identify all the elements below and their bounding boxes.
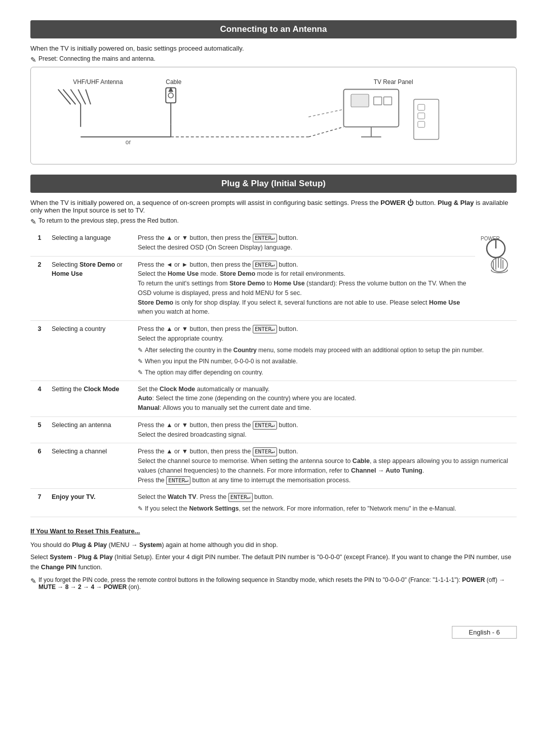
step-content-2: Press the ◄ or ► button, then press the …: [135, 256, 475, 321]
svg-line-22: [308, 109, 343, 117]
note-icon-5: ✎: [138, 368, 143, 377]
if-reset-para2: Select System - Plug & Play (Initial Set…: [30, 552, 517, 572]
step-label-4: Setting the Clock Mode: [49, 381, 135, 416]
power-hand-icon: POWER: [478, 233, 514, 274]
plug-play-bold: Plug & Play: [438, 199, 474, 206]
step-number-6: 6: [30, 443, 49, 489]
svg-line-29: [308, 127, 343, 137]
table-row: 1 Selecting a language Press the ▲ or ▼ …: [30, 230, 517, 256]
step-number-1: 1: [30, 230, 49, 256]
step-label-3: Selecting a country: [49, 321, 135, 381]
svg-text:VHF/UHF Antenna: VHF/UHF Antenna: [73, 78, 123, 86]
note-icon-7: ✎: [138, 504, 143, 513]
step-label-1: Selecting a language: [49, 230, 135, 256]
step-number-5: 5: [30, 416, 49, 443]
footer-text: English - 6: [469, 628, 500, 636]
enter-btn-6: ENTER↵: [253, 447, 277, 456]
svg-rect-19: [351, 94, 369, 107]
table-row: 2 Selecting Store Demo or Home Use Press…: [30, 256, 517, 321]
antenna-diagram-svg: VHF/UHF Antenna Cable or TV Rear Panel: [43, 76, 504, 155]
step-label-7: Enjoy your TV.: [49, 489, 135, 517]
table-row: 5 Selecting an antenna Press the ▲ or ▼ …: [30, 416, 517, 443]
step3-note3: ✎ The option may differ depending on cou…: [138, 368, 514, 377]
step-content-6: Press the ▲ or ▼ button, then press the …: [135, 443, 517, 489]
svg-rect-28: [418, 121, 425, 128]
intro-text-1: When the TV is initially powered on, bas…: [30, 45, 517, 52]
svg-point-9: [168, 93, 173, 98]
table-row: 6 Selecting a channel Press the ▲ or ▼ b…: [30, 443, 517, 489]
return-note: ✎ To return to the previous step, press …: [30, 217, 517, 226]
note-icon-3: ✎: [138, 346, 143, 355]
step3-note1: ✎ After selecting the country in the Cou…: [138, 346, 514, 355]
svg-point-33: [491, 258, 507, 272]
section2-header: Plug & Play (Initial Setup): [30, 175, 517, 193]
step-number-4: 4: [30, 381, 49, 416]
svg-text:Cable: Cable: [166, 78, 181, 86]
if-reset-title: If You Want to Reset This Feature...: [30, 526, 517, 537]
note-icon-reset: ✎: [30, 577, 36, 585]
steps-table: 1 Selecting a language Press the ▲ or ▼ …: [30, 230, 517, 517]
svg-text:or: or: [126, 139, 131, 146]
enter-btn-3: ENTER↵: [253, 325, 277, 333]
step-label-6: Selecting a channel: [49, 443, 135, 489]
svg-rect-26: [418, 104, 425, 110]
preset-note: ✎ Preset: Connecting the mains and anten…: [30, 55, 517, 64]
antenna-diagram: VHF/UHF Antenna Cable or TV Rear Panel: [30, 67, 517, 164]
note-icon-1: ✎: [30, 56, 36, 64]
step-content-5: Press the ▲ or ▼ button, then press the …: [135, 416, 517, 443]
svg-text:TV Rear Panel: TV Rear Panel: [374, 78, 413, 86]
step-content-4: Set the Clock Mode automatically or manu…: [135, 381, 517, 416]
table-row: 7 Enjoy your TV. Select the Watch TV. Pr…: [30, 489, 517, 517]
enter-btn-7: ENTER↵: [228, 493, 253, 501]
step-label-5: Selecting an antenna: [49, 416, 135, 443]
power-icon-cell: POWER: [475, 230, 517, 321]
section1-header: Connecting to an Antenna: [30, 20, 517, 38]
step-number-2: 2: [30, 256, 49, 321]
note-icon-4: ✎: [138, 357, 143, 366]
intro-text-2: When the TV is initially powered on, a s…: [30, 199, 517, 214]
enter-btn-5: ENTER↵: [253, 421, 277, 430]
step-number-7: 7: [30, 489, 49, 517]
power-bold: POWER: [380, 199, 405, 206]
footer-bar: English - 6: [452, 626, 517, 639]
step-number-3: 3: [30, 321, 49, 381]
svg-rect-27: [418, 113, 425, 119]
table-row: 3 Selecting a country Press the ▲ or ▼ b…: [30, 321, 517, 381]
step-content-7: Select the Watch TV. Press the ENTER↵ bu…: [135, 489, 517, 517]
svg-line-5: [86, 90, 91, 105]
svg-rect-21: [384, 97, 392, 105]
step-content-1: Press the ▲ or ▼ button, then press the …: [135, 230, 475, 256]
footer: English - 6: [30, 611, 517, 639]
step3-note2: ✎ When you input the PIN number, 0-0-0-0…: [138, 357, 514, 366]
enter-btn-6b: ENTER↵: [166, 476, 190, 485]
if-reset-para1: You should do Plug & Play (MENU → System…: [30, 540, 517, 550]
step-label-2: Selecting Store Demo or Home Use: [49, 256, 135, 321]
svg-rect-20: [374, 97, 382, 105]
enter-btn: ENTER↵: [253, 234, 277, 242]
if-reset-section: If You Want to Reset This Feature... You…: [30, 526, 517, 591]
table-row: 4 Setting the Clock Mode Set the Clock M…: [30, 381, 517, 416]
if-reset-note: ✎ If you forget the PIN code, press the …: [30, 576, 517, 591]
note-icon-2: ✎: [30, 218, 36, 226]
step7-note: ✎ If you select the Network Settings, se…: [138, 504, 514, 513]
step-content-3: Press the ▲ or ▼ button, then press the …: [135, 321, 517, 381]
enter-btn-2: ENTER↵: [253, 261, 277, 269]
